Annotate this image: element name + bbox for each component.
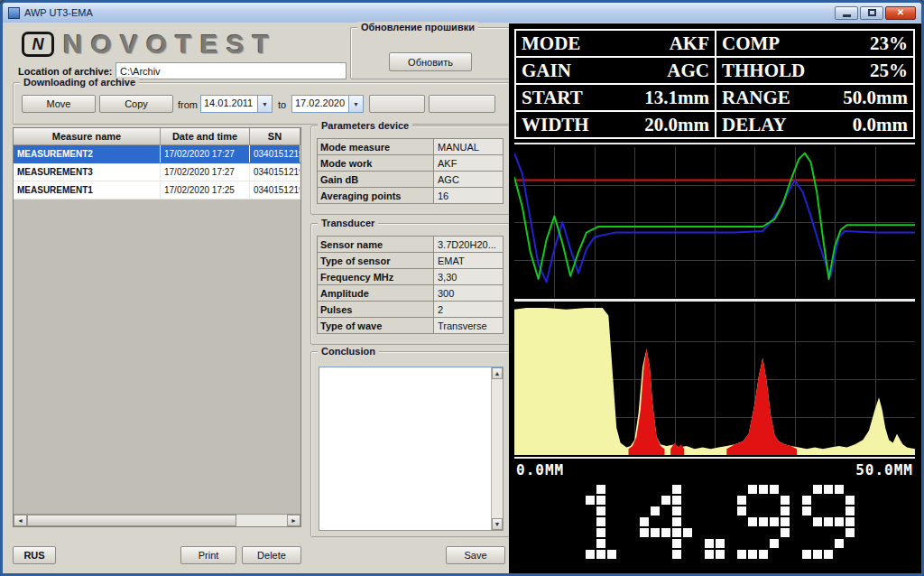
transducer-row-value: 2 <box>434 301 504 318</box>
transducer-row-value: Transverse <box>434 317 504 334</box>
scrollbar-thumb[interactable] <box>27 515 236 526</box>
table-row[interactable]: MEASUREMENT1 17/02/2020 17:25 0340151219 <box>14 181 300 200</box>
device-param-value: 13.1mm <box>644 87 709 109</box>
transducer-row: Amplitude 300 <box>317 284 504 302</box>
delete-button[interactable]: Delete <box>242 546 301 564</box>
scroll-left-icon[interactable]: ◄ <box>14 515 27 526</box>
app-window: AWP UT3-EMA ✕ N NOVOTEST Обновление прош… <box>0 0 924 576</box>
date-to-value: 17.02.2020 <box>292 96 348 112</box>
date-to-picker[interactable]: 17.02.2020 ▼ <box>291 95 364 113</box>
transducer-row-value: EMAT <box>434 252 504 269</box>
conclusion-textarea[interactable]: ▲ ▼ <box>319 367 504 531</box>
param-row: Averaging points 16 <box>317 187 504 204</box>
param-value: 16 <box>434 187 504 204</box>
separator-line <box>514 457 915 459</box>
cell-sn: 0340151219 <box>250 145 300 163</box>
scroll-down-icon[interactable]: ▼ <box>492 518 503 530</box>
device-param-value: 50.0mm <box>843 87 908 109</box>
maximize-button[interactable] <box>860 6 883 20</box>
titlebar[interactable]: AWP UT3-EMA ✕ <box>3 3 921 23</box>
archive-location-label: Location of archive: <box>18 66 113 77</box>
param-label: Gain dB <box>317 171 434 188</box>
download-archive-label: Downloading of archive <box>20 77 139 88</box>
horizontal-scrollbar[interactable]: ◄ ► <box>14 514 300 526</box>
device-param-cell: MODE AKF <box>516 31 715 56</box>
update-firmware-button[interactable]: Обновить <box>389 52 472 71</box>
transducer-row: Type of sensor EMAT <box>317 252 504 269</box>
date-from-picker[interactable]: 14.01.2011 ▼ <box>200 95 273 113</box>
window-controls: ✕ <box>835 6 916 20</box>
novotest-logo-text: NOVOTEST <box>63 29 277 60</box>
archive-location-input[interactable] <box>116 62 346 79</box>
separator-line <box>514 143 915 144</box>
scroll-up-icon[interactable]: ▲ <box>492 367 503 379</box>
device-param-label: WIDTH <box>522 114 589 136</box>
minimize-button[interactable] <box>835 6 858 20</box>
a-scan-spectrum-chart <box>514 303 915 455</box>
chevron-down-icon[interactable]: ▼ <box>257 96 272 112</box>
measure-table-header: Measure name Date and time SN <box>14 128 300 145</box>
close-button[interactable]: ✕ <box>885 6 916 20</box>
firmware-update-label: Обновление прошивки <box>357 22 478 33</box>
table-row[interactable]: MEASUREMENT3 17/02/2020 17:27 0340151219 <box>14 163 300 181</box>
parameters-device-label: Parameters device <box>318 120 412 131</box>
vertical-scrollbar[interactable]: ▲ ▼ <box>491 367 503 530</box>
scrollbar-track[interactable] <box>492 379 503 518</box>
transducer-row-value: 3,30 <box>434 268 504 285</box>
table-row[interactable]: MEASUREMENT2 17/02/2020 17:27 0340151219 <box>14 145 300 163</box>
device-param-value: AKF <box>670 33 709 55</box>
column-header-measure-name[interactable]: Measure name <box>14 128 161 145</box>
param-label: Mode work <box>317 154 434 172</box>
scroll-right-icon[interactable]: ► <box>287 515 300 526</box>
close-icon: ✕ <box>897 8 904 17</box>
conclusion-group: Conclusion ▲ ▼ <box>310 351 510 537</box>
date-from-value: 14.01.2011 <box>201 96 257 112</box>
device-param-label: RANGE <box>722 87 790 109</box>
print-button[interactable]: Print <box>180 546 236 564</box>
disabled-button-2[interactable] <box>429 95 495 113</box>
to-label: to <box>278 99 286 110</box>
device-param-label: START <box>522 87 583 109</box>
transducer-row-label: Sensor name <box>317 236 434 253</box>
param-value: AKF <box>434 154 504 172</box>
app-icon <box>8 7 20 19</box>
device-param-row: GAIN AGC THHOLD 25% <box>516 56 913 83</box>
move-button[interactable]: Move <box>22 95 96 113</box>
device-param-label: GAIN <box>522 60 571 82</box>
transducer-row: Pulses 2 <box>317 301 504 318</box>
param-row: Gain dB AGC <box>317 171 504 188</box>
table-empty-area <box>14 200 300 514</box>
device-param-row: MODE AKF COMP 23% <box>516 31 913 56</box>
device-param-value: 23% <box>870 33 908 55</box>
rus-language-button[interactable]: RUS <box>13 546 56 564</box>
conclusion-label: Conclusion <box>318 346 379 357</box>
device-param-label: COMP <box>722 33 780 55</box>
save-button[interactable]: Save <box>446 546 505 564</box>
transducer-row-value: 3.7D20H20... <box>434 236 504 253</box>
column-header-sn[interactable]: SN <box>250 128 300 145</box>
device-param-label: MODE <box>522 33 580 55</box>
column-header-date-time[interactable]: Date and time <box>161 128 250 145</box>
device-param-cell: WIDTH 20.0mm <box>516 112 715 137</box>
transducer-group: Transducer Sensor name 3.7D20H20... Type… <box>310 223 510 345</box>
device-param-value: 0.0mm <box>853 114 908 136</box>
novotest-logo: N NOVOTEST <box>22 29 277 60</box>
device-param-value: 20.0mm <box>644 114 709 136</box>
device-param-label: THHOLD <box>722 60 805 82</box>
device-param-value: AGC <box>667 60 709 82</box>
cell-measure-name: MEASUREMENT2 <box>14 145 161 163</box>
copy-button[interactable]: Copy <box>99 95 173 113</box>
transducer-row-label: Pulses <box>317 301 434 318</box>
chevron-down-icon[interactable]: ▼ <box>348 96 363 112</box>
device-screen: MODE AKF COMP 23% GAIN AGC THHOLD <box>509 23 921 573</box>
device-param-cell: RANGE 50.0mm <box>715 85 913 110</box>
device-param-row: WIDTH 20.0mm DELAY 0.0mm <box>516 110 913 137</box>
minimize-icon <box>843 14 851 17</box>
cell-date-time: 17/02/2020 17:27 <box>161 163 250 181</box>
scrollbar-track[interactable] <box>27 515 287 526</box>
maximize-icon <box>868 9 876 16</box>
param-value: AGC <box>434 171 504 188</box>
param-row: Mode work AKF <box>317 154 504 172</box>
disabled-button-1[interactable] <box>369 95 425 113</box>
transducer-row-value: 300 <box>434 284 504 302</box>
